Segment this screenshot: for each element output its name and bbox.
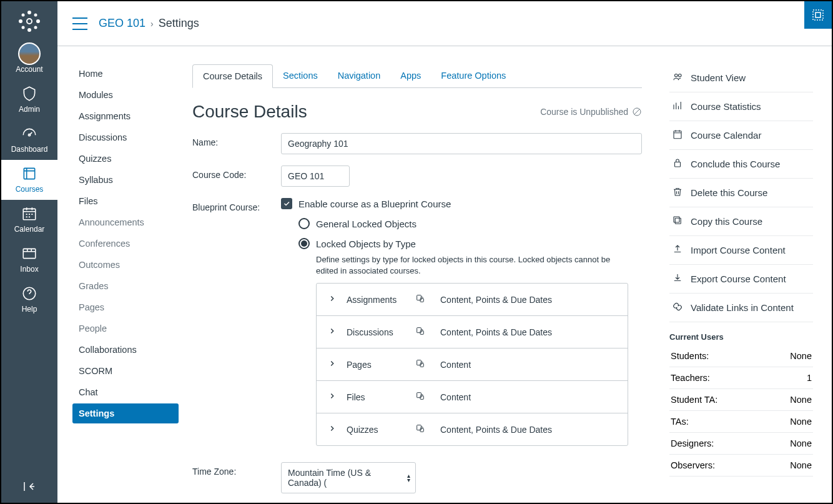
user-row: Students:None [669, 345, 813, 367]
action-icon [672, 186, 683, 199]
svg-point-2 [19, 19, 22, 23]
nav-label: Inbox [20, 265, 38, 274]
action-icon [672, 301, 683, 314]
radio-by-type-label: Locked Objects by Type [316, 239, 416, 249]
chevron-right-icon [328, 294, 347, 305]
svg-rect-15 [816, 12, 821, 17]
course-nav-item[interactable]: Conferences [72, 234, 179, 254]
timezone-select[interactable]: Mountain Time (US & Canada) ( ▴▾ [281, 462, 416, 493]
page-heading: Course Details [192, 102, 307, 122]
course-nav-item[interactable]: Quizzes [72, 149, 179, 169]
nav-label: Help [22, 305, 37, 314]
blueprint-sidebar-button[interactable] [804, 1, 832, 29]
select-arrows-icon: ▴▾ [407, 473, 410, 482]
course-nav-item[interactable]: Home [72, 64, 179, 84]
nav-calendar[interactable]: Calendar [1, 200, 57, 240]
sidebar-action[interactable]: Course Statistics [669, 92, 813, 121]
settings-tab[interactable]: Navigation [328, 64, 391, 88]
locked-type-desc: Content, Points & Due Dates [440, 295, 616, 305]
lock-icon [415, 358, 440, 370]
breadcrumb: GEO 101 › Settings [99, 17, 199, 30]
user-role: Designers: [671, 438, 714, 448]
global-nav: Account Admin Dashboard Courses Calendar… [1, 1, 57, 503]
course-nav-item[interactable]: Modules [72, 85, 179, 105]
course-nav-item[interactable]: Collaborations [72, 340, 179, 360]
svg-point-0 [27, 11, 31, 14]
locked-type-row[interactable]: QuizzesContent, Points & Due Dates [317, 413, 628, 445]
timezone-label: Time Zone: [192, 462, 281, 477]
settings-tab[interactable]: Feature Options [431, 64, 516, 88]
course-nav-item[interactable]: Outcomes [72, 255, 179, 275]
course-nav-item[interactable]: Assignments [72, 106, 179, 126]
course-nav-item[interactable]: Files [72, 191, 179, 211]
locked-type-name: Pages [347, 360, 415, 370]
sidebar-action[interactable]: Conclude this Course [669, 150, 813, 179]
course-nav-item[interactable]: Settings [72, 403, 179, 423]
course-code-input[interactable]: GEO 101 [281, 166, 350, 187]
course-nav-item[interactable]: Grades [72, 276, 179, 296]
svg-rect-32 [674, 217, 679, 222]
course-nav-item[interactable]: Syllabus [72, 170, 179, 190]
nav-admin[interactable]: Admin [1, 80, 57, 120]
settings-tab[interactable]: Apps [390, 64, 431, 88]
nav-label: Account [16, 65, 42, 74]
action-label: Import Course Content [691, 245, 786, 255]
settings-tab[interactable]: Sections [273, 64, 328, 88]
svg-point-3 [36, 19, 40, 23]
radio-locked-by-type[interactable] [298, 238, 310, 249]
breadcrumb-course-link[interactable]: GEO 101 [99, 17, 145, 30]
nav-label: Calendar [14, 225, 45, 234]
sidebar-action[interactable]: Course Calendar [669, 121, 813, 150]
lock-icon [415, 391, 440, 403]
nav-inbox[interactable]: Inbox [1, 240, 57, 280]
lock-icon [415, 294, 440, 305]
locked-type-row[interactable]: FilesContent [317, 381, 628, 413]
locked-type-row[interactable]: AssignmentsContent, Points & Due Dates [317, 284, 628, 316]
course-nav-item[interactable]: Discussions [72, 127, 179, 147]
users-table: Students:NoneTeachers:1Student TA:NoneTA… [669, 345, 813, 477]
nav-courses[interactable]: Courses [1, 160, 57, 200]
canvas-logo[interactable] [17, 9, 42, 34]
blueprint-checkbox-label: Enable course as a Blueprint Course [298, 199, 451, 209]
nav-dashboard[interactable]: Dashboard [1, 120, 57, 160]
svg-point-5 [34, 14, 37, 17]
nav-label: Courses [16, 185, 44, 194]
locked-type-row[interactable]: DiscussionsContent, Points & Due Dates [317, 316, 628, 348]
collapse-nav-button[interactable] [1, 475, 57, 498]
sidebar-action[interactable]: Export Course Content [669, 265, 813, 294]
chevron-right-icon: › [150, 19, 154, 29]
action-label: Delete this Course [691, 187, 767, 198]
name-input[interactable]: Geography 101 [281, 133, 642, 154]
nav-account[interactable]: Account [1, 40, 57, 80]
sidebar-action[interactable]: Copy this Course [669, 207, 813, 236]
course-nav-item[interactable]: Pages [72, 297, 179, 317]
publish-status: Course is Unpublished [540, 107, 642, 117]
course-nav-item[interactable]: Chat [72, 382, 179, 402]
course-nav-item[interactable]: People [72, 319, 179, 338]
locked-type-name: Quizzes [347, 425, 415, 435]
chevron-right-icon [328, 424, 347, 435]
svg-rect-30 [675, 162, 681, 167]
locked-type-row[interactable]: PagesContent [317, 348, 628, 381]
svg-point-9 [28, 134, 30, 136]
name-label: Name: [192, 133, 281, 147]
locked-objects-table: AssignmentsContent, Points & Due DatesDi… [316, 283, 628, 446]
hamburger-button[interactable] [72, 17, 87, 30]
nav-help[interactable]: Help [1, 280, 57, 320]
sidebar-action[interactable]: Validate Links in Content [669, 294, 813, 322]
blueprint-checkbox[interactable] [281, 198, 292, 209]
nav-label: Dashboard [11, 145, 48, 154]
sidebar-action[interactable]: Student View [669, 64, 813, 92]
user-count: None [790, 417, 812, 427]
lock-icon [415, 423, 440, 435]
course-nav-item[interactable]: Announcements [72, 212, 179, 232]
settings-tab[interactable]: Course Details [192, 64, 273, 88]
sidebar-action[interactable]: Delete this Course [669, 179, 813, 207]
sidebar-action[interactable]: Import Course Content [669, 236, 813, 265]
locked-type-desc: Content [440, 360, 616, 370]
course-nav-item[interactable]: SCORM [72, 361, 179, 381]
radio-general-label: General Locked Objects [316, 219, 416, 229]
user-row: Designers:None [669, 433, 813, 455]
chevron-right-icon [328, 392, 347, 402]
radio-general-locked[interactable] [298, 218, 310, 229]
